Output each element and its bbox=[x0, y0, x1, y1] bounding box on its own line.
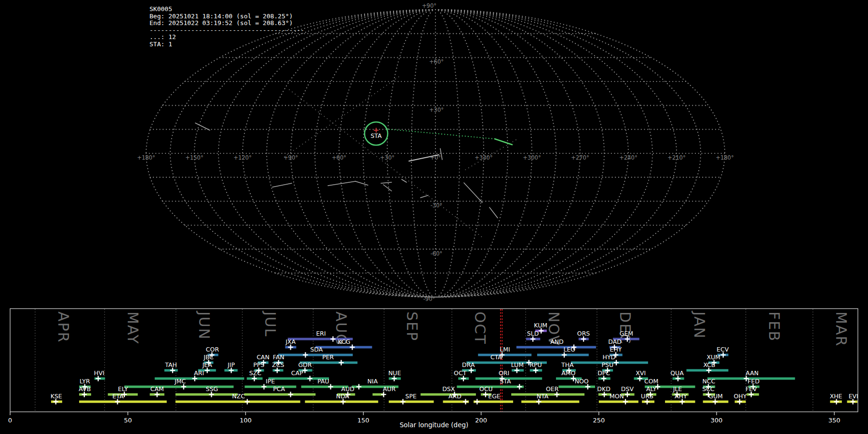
x-tick-label: 0 bbox=[8, 417, 12, 424]
separator-line: ----------------------------------------… bbox=[149, 27, 304, 34]
shower-label-PPS: PPS bbox=[253, 361, 264, 368]
shower-bar-NTA bbox=[521, 401, 579, 403]
shower-label-LUM: LUM bbox=[511, 361, 524, 368]
pole-label-bottom: -90° bbox=[423, 296, 435, 302]
shower-bar-KCG bbox=[315, 346, 372, 349]
shower-label-AMO: AMO bbox=[561, 369, 575, 377]
shower-label-JLE: JLE bbox=[673, 385, 682, 393]
shower-label-SDA: SDA bbox=[310, 346, 323, 353]
meteor-trail bbox=[489, 207, 498, 218]
month-label-MAY: MAY bbox=[124, 312, 141, 344]
shower-label-ERI: ERI bbox=[316, 330, 326, 337]
meteor-trail bbox=[464, 183, 482, 203]
shower-label-SZC: SZC bbox=[249, 369, 261, 377]
observation-info-panel: SK0005Beg: 20251021 18:14:00 (sol = 208.… bbox=[149, 6, 304, 48]
shower-label-KCG: KCG bbox=[338, 338, 350, 345]
unclassified-count-line: ...: 12 bbox=[149, 34, 304, 41]
shower-label-SPE: SPE bbox=[405, 393, 416, 400]
shower-bar-PCA bbox=[244, 393, 315, 396]
shower-label-XCB: XCB bbox=[703, 361, 715, 368]
shower-label-KUM: KUM bbox=[534, 322, 547, 329]
lon-label: +60° bbox=[332, 154, 346, 161]
shower-label-DRA: DRA bbox=[462, 361, 475, 368]
shower-label-SSG: SSG bbox=[206, 385, 218, 393]
sta-trail-dot bbox=[397, 130, 398, 131]
shower-label-NIA: NIA bbox=[367, 378, 378, 385]
shower-label-CTA: CTA bbox=[490, 353, 502, 361]
shower-label-CAM: CAM bbox=[150, 385, 164, 393]
shower-label-PER: PER bbox=[322, 353, 334, 361]
sta-trail-dot bbox=[479, 137, 480, 138]
shower-label-JBC: JBC bbox=[203, 353, 214, 361]
shower-label-DAD: DAD bbox=[608, 338, 622, 345]
sta-trail-dot bbox=[474, 136, 475, 137]
shower-label-COR: COR bbox=[206, 346, 219, 353]
shower-bar-NZC bbox=[176, 401, 300, 403]
shower-label-OCU: OCU bbox=[479, 385, 493, 393]
meteor-trail bbox=[355, 181, 368, 185]
lon-label: +330° bbox=[475, 154, 492, 161]
shower-label-STA: STA bbox=[500, 378, 511, 385]
lon-label: +270° bbox=[571, 154, 589, 161]
sta-trail-dot bbox=[491, 138, 492, 139]
lon-label: +150° bbox=[185, 154, 203, 161]
shower-label-OCT: OCT bbox=[454, 369, 467, 377]
shower-label-NCC: NCC bbox=[702, 378, 715, 385]
shower-label-IPE: IPE bbox=[266, 378, 275, 385]
shower-count-line: STA: 1 bbox=[149, 41, 304, 48]
shower-label-EVI: EVI bbox=[849, 393, 858, 400]
x-tick-label: 100 bbox=[240, 417, 252, 424]
sta-trail-dot bbox=[471, 136, 472, 137]
shower-label-MON: MON bbox=[610, 393, 624, 400]
sta-trail-dot bbox=[444, 134, 445, 135]
month-label-JUN: JUN bbox=[196, 311, 213, 340]
shower-label-TAH: TAH bbox=[164, 361, 177, 368]
lon-label: +30° bbox=[380, 154, 394, 161]
shower-label-ORS: ORS bbox=[577, 330, 590, 337]
month-label-APR: APR bbox=[55, 312, 72, 343]
meteor-trail bbox=[328, 181, 355, 186]
shower-label-GUM: GUM bbox=[708, 393, 723, 400]
shower-label-HYD: HYD bbox=[602, 353, 615, 361]
sta-trail-dot bbox=[468, 136, 469, 137]
shower-label-OER: OER bbox=[546, 385, 559, 393]
shower-label-XVI: XVI bbox=[636, 369, 646, 377]
pole-label-top: +90° bbox=[422, 2, 436, 9]
sta-trail-dot bbox=[476, 137, 477, 138]
sta-trail-dot bbox=[388, 129, 389, 130]
sta-trail-dot bbox=[415, 131, 416, 132]
month-label-JAN: JAN bbox=[691, 311, 708, 339]
sta-trail-dot bbox=[453, 135, 454, 136]
shower-label-LEO: LEO bbox=[563, 346, 575, 353]
sta-trail-dot bbox=[450, 135, 451, 136]
sta-trail-dot bbox=[420, 132, 421, 133]
month-label-FEB: FEB bbox=[766, 312, 783, 342]
shower-label-AND: AND bbox=[550, 338, 564, 345]
plot-canvas: +180°+150°+120°+90°+60°+30°+0°+330°+300°… bbox=[0, 0, 868, 434]
shower-label-NDA: NDA bbox=[336, 393, 350, 400]
shower-bar-LMI bbox=[478, 354, 531, 356]
shower-label-FEV: FEV bbox=[746, 385, 757, 393]
lat-label: +30° bbox=[429, 107, 444, 113]
ecliptic-line bbox=[285, 76, 400, 157]
sta-trail-dot bbox=[406, 130, 407, 131]
meteor-trail bbox=[402, 179, 407, 182]
sta-trail-dot bbox=[488, 138, 489, 139]
shower-bar-SPE bbox=[389, 401, 434, 403]
radiant-label-STA: STA bbox=[370, 132, 382, 139]
sta-trail-dot bbox=[435, 133, 436, 134]
sta-trail-dot bbox=[456, 135, 457, 136]
shower-label-SCC: SCC bbox=[702, 385, 715, 393]
sta-trail-dot bbox=[418, 131, 419, 132]
month-label-OCT: OCT bbox=[472, 312, 488, 345]
lon-label: +180° bbox=[137, 154, 155, 161]
meteor-trail bbox=[195, 123, 210, 130]
meteor-trail bbox=[420, 195, 428, 198]
shower-label-GEM: GEM bbox=[620, 330, 633, 337]
shower-label-ARD: ARD bbox=[448, 393, 461, 400]
meteor-trail bbox=[381, 182, 392, 183]
station-id: SK0005 bbox=[149, 6, 304, 13]
sta-trail-dot bbox=[462, 136, 463, 136]
sta-trail-dot bbox=[391, 129, 392, 130]
shower-bar-SSG bbox=[176, 393, 238, 396]
